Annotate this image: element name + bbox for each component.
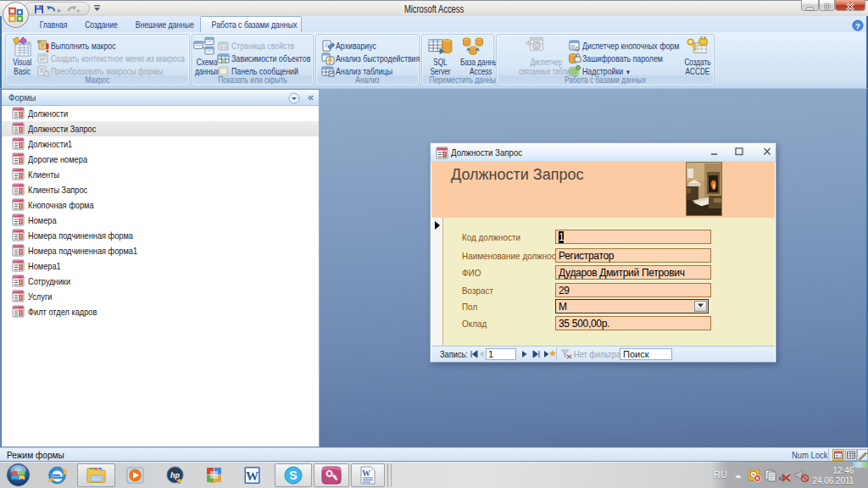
svg-text:W: W — [362, 469, 370, 478]
svg-text:S: S — [289, 469, 297, 482]
svg-text:?: ? — [855, 21, 860, 30]
svg-text:W: W — [246, 469, 259, 483]
svg-text:hp: hp — [170, 471, 180, 480]
